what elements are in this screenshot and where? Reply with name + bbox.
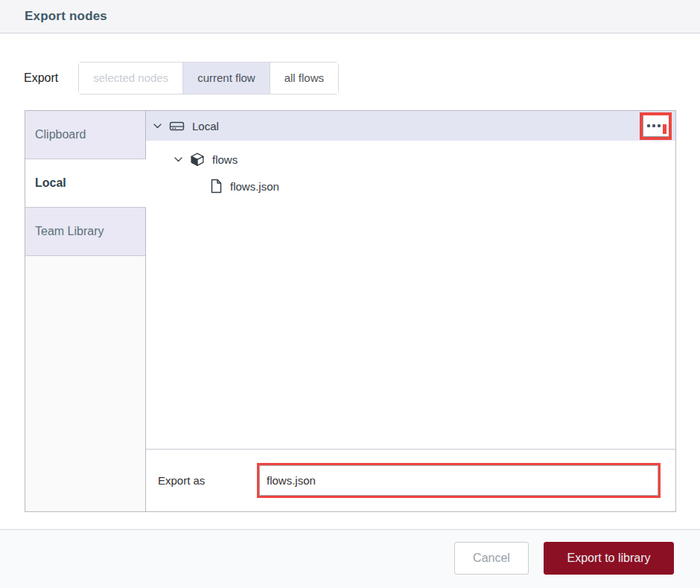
export-as-label: Export as [158,474,257,487]
chevron-down-icon[interactable] [174,155,183,164]
export-as-section: Export as [146,449,675,511]
page-title: Export nodes [0,0,700,24]
export-to-library-button[interactable]: Export to library [544,542,674,575]
annotation-box-menu [640,112,672,140]
file-icon [210,179,223,194]
scope-button-current-flow[interactable]: current flow [182,63,270,94]
annotation-box-filename [257,463,661,498]
annotation-mark [663,124,666,134]
tree-item-label: Local [192,120,219,132]
tree-item-label: flows.json [230,180,279,193]
filename-input[interactable] [259,465,658,496]
export-scope-row: Export selected nodes current flow all f… [24,62,339,95]
tree-item-label: flows [212,153,238,166]
library-tree-pane: Local [146,111,675,511]
tree-row-local[interactable]: Local [146,111,675,141]
scope-button-all-flows[interactable]: all flows [270,63,338,94]
hard-drive-icon [169,119,185,133]
library-browser-panel: Clipboard Local Team Library [25,110,676,512]
tree-row-flows[interactable]: flows [146,146,675,173]
dialog-footer: Cancel Export to library [0,529,700,588]
cancel-button[interactable]: Cancel [454,542,529,575]
library-menu-button[interactable] [643,115,669,137]
export-scope-button-group: selected nodes current flow all flows [78,62,339,95]
sidebar-item-team-library[interactable]: Team Library [25,208,145,256]
dialog-header: Export nodes [0,0,700,33]
chevron-down-icon[interactable] [153,121,162,131]
sidebar-item-local[interactable]: Local [25,159,146,208]
library-sidebar: Clipboard Local Team Library [25,111,146,511]
ellipsis-icon [647,124,650,127]
scope-button-selected-nodes[interactable]: selected nodes [79,63,182,94]
export-nodes-dialog: Export nodes Export selected nodes curre… [0,0,700,588]
cube-icon [190,152,205,167]
tree-row-flows-json[interactable]: flows.json [146,173,675,199]
export-scope-label: Export [24,71,58,85]
sidebar-item-clipboard[interactable]: Clipboard [25,111,145,159]
